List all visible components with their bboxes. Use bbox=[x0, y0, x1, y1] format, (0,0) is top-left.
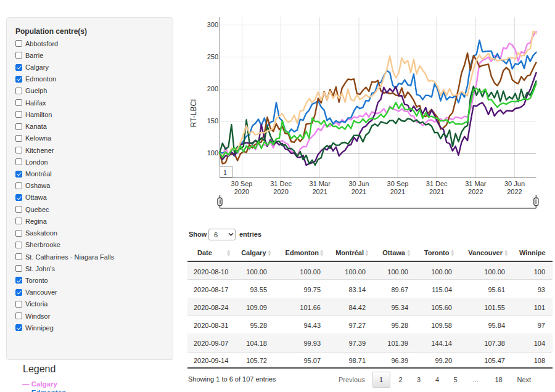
svg-text:2021: 2021 bbox=[429, 188, 444, 195]
svg-text:1: 1 bbox=[223, 169, 227, 176]
svg-text:30 Jun: 30 Jun bbox=[348, 180, 369, 187]
svg-text:200: 200 bbox=[207, 85, 218, 92]
svg-text:2022: 2022 bbox=[507, 188, 522, 195]
svg-text:30 Sep: 30 Sep bbox=[231, 180, 253, 187]
svg-text:2021: 2021 bbox=[312, 188, 327, 195]
svg-text:31 Mar: 31 Mar bbox=[465, 180, 487, 187]
svg-text:31 Mar: 31 Mar bbox=[310, 180, 331, 187]
svg-text:2020: 2020 bbox=[273, 188, 288, 195]
svg-text:250: 250 bbox=[207, 53, 218, 60]
svg-text:300: 300 bbox=[207, 21, 218, 28]
svg-text:2021: 2021 bbox=[390, 188, 405, 195]
svg-text:2021: 2021 bbox=[352, 188, 366, 195]
svg-text:2020: 2020 bbox=[234, 188, 249, 195]
svg-text:31 Dec: 31 Dec bbox=[426, 180, 448, 187]
svg-text:RT-LBCI: RT-LBCI bbox=[189, 99, 198, 128]
svg-text:150: 150 bbox=[207, 117, 218, 125]
svg-text:30 Jun: 30 Jun bbox=[504, 180, 525, 187]
svg-text:2022: 2022 bbox=[468, 188, 483, 195]
svg-text:30 Sep: 30 Sep bbox=[387, 180, 409, 187]
svg-text:100: 100 bbox=[207, 149, 218, 157]
svg-text:31 Dec: 31 Dec bbox=[270, 180, 292, 187]
